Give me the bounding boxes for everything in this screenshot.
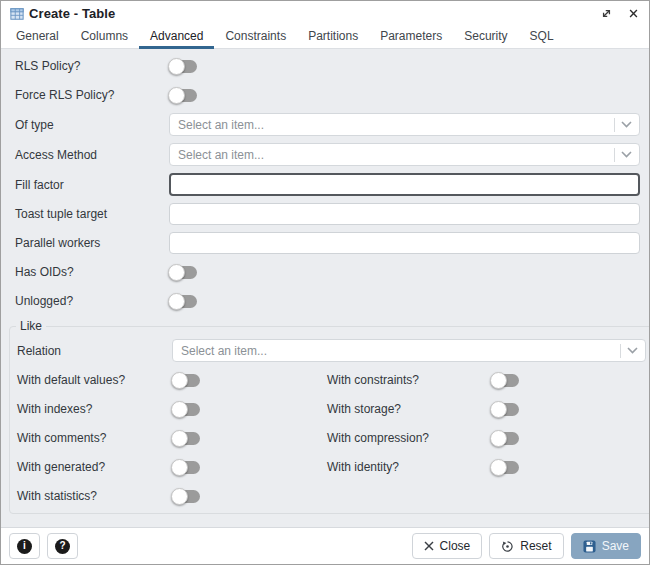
chevron-down-icon xyxy=(621,151,632,158)
relation-select[interactable]: Select an item... xyxy=(172,339,646,362)
close-icon[interactable] xyxy=(627,8,639,20)
with-storage-label: With storage? xyxy=(327,402,491,416)
toggle-knob xyxy=(171,430,188,447)
parallel-workers-input[interactable] xyxy=(169,232,640,254)
with-default-values-toggle[interactable] xyxy=(172,374,200,387)
tab-advanced[interactable]: Advanced xyxy=(139,26,214,49)
with-comments-toggle[interactable] xyxy=(172,432,200,445)
with-compression-toggle[interactable] xyxy=(491,432,519,445)
with-statistics-label: With statistics? xyxy=(17,489,172,503)
close-button-label: Close xyxy=(440,539,471,553)
advanced-tab-panel: RLS Policy? Force RLS Policy? Of type Se… xyxy=(1,49,649,527)
dialog-tabs: General Columns Advanced Constraints Par… xyxy=(1,26,649,49)
toggle-knob xyxy=(171,459,188,476)
dialog-footer: i ? Close xyxy=(1,527,649,564)
save-floppy-icon xyxy=(583,540,596,553)
create-table-dialog: Create - Table General Columns Advanced … xyxy=(0,0,650,565)
help-icon: ? xyxy=(55,539,70,554)
of-type-label: Of type xyxy=(15,118,169,132)
access-method-select[interactable]: Select an item... xyxy=(169,143,640,166)
force-rls-policy-toggle[interactable] xyxy=(169,89,197,102)
chevron-down-icon xyxy=(627,347,638,354)
with-storage-toggle[interactable] xyxy=(491,403,519,416)
select-placeholder: Select an item... xyxy=(178,118,614,132)
toggle-knob xyxy=(168,58,185,75)
tab-sql[interactable]: SQL xyxy=(519,26,565,49)
unlogged-label: Unlogged? xyxy=(15,294,169,308)
dialog-titlebar: Create - Table xyxy=(1,1,649,26)
toggle-knob xyxy=(168,293,185,310)
save-button[interactable]: Save xyxy=(571,533,641,559)
tab-partitions[interactable]: Partitions xyxy=(297,26,369,49)
of-type-select[interactable]: Select an item... xyxy=(169,113,640,136)
rls-policy-label: RLS Policy? xyxy=(15,59,169,73)
sql-info-button[interactable]: i xyxy=(9,533,40,559)
select-separator xyxy=(614,118,615,132)
info-icon: i xyxy=(17,539,32,554)
with-identity-toggle[interactable] xyxy=(491,461,519,474)
help-button[interactable]: ? xyxy=(47,533,78,559)
reset-icon xyxy=(501,540,514,553)
chevron-down-icon xyxy=(621,121,632,128)
parallel-workers-label: Parallel workers xyxy=(15,236,169,250)
relation-label: Relation xyxy=(17,344,172,358)
reset-button[interactable]: Reset xyxy=(489,533,563,559)
like-section-legend: Like xyxy=(16,319,46,333)
toggle-knob xyxy=(490,372,507,389)
tab-columns[interactable]: Columns xyxy=(70,26,139,49)
with-indexes-label: With indexes? xyxy=(17,402,172,416)
with-default-values-label: With default values? xyxy=(17,373,172,387)
select-separator xyxy=(620,344,621,358)
tab-parameters[interactable]: Parameters xyxy=(369,26,453,49)
with-generated-toggle[interactable] xyxy=(172,461,200,474)
toggle-knob xyxy=(171,372,188,389)
toggle-knob xyxy=(168,87,185,104)
access-method-label: Access Method xyxy=(15,148,169,162)
toggle-knob xyxy=(490,401,507,418)
force-rls-policy-label: Force RLS Policy? xyxy=(15,88,169,102)
has-oids-toggle[interactable] xyxy=(169,266,197,279)
unlogged-toggle[interactable] xyxy=(169,295,197,308)
with-constraints-toggle[interactable] xyxy=(491,374,519,387)
with-identity-label: With identity? xyxy=(327,460,491,474)
toggle-knob xyxy=(171,401,188,418)
select-placeholder: Select an item... xyxy=(181,344,620,358)
toggle-knob xyxy=(490,430,507,447)
toast-tuple-target-input[interactable] xyxy=(169,203,640,225)
fill-factor-label: Fill factor xyxy=(15,178,169,192)
tab-general[interactable]: General xyxy=(5,26,70,49)
toggle-knob xyxy=(490,459,507,476)
with-constraints-label: With constraints? xyxy=(327,373,491,387)
save-button-label: Save xyxy=(602,539,629,553)
with-statistics-toggle[interactable] xyxy=(172,490,200,503)
toggle-knob xyxy=(168,264,185,281)
tab-security[interactable]: Security xyxy=(453,26,518,49)
like-section: Like Relation Select an item... With def… xyxy=(9,319,649,514)
has-oids-label: Has OIDs? xyxy=(15,265,169,279)
close-x-icon xyxy=(424,541,434,551)
select-placeholder: Select an item... xyxy=(178,148,614,162)
with-indexes-toggle[interactable] xyxy=(172,403,200,416)
fill-factor-input[interactable] xyxy=(169,173,640,196)
select-separator xyxy=(614,148,615,162)
with-generated-label: With generated? xyxy=(17,460,172,474)
with-compression-label: With compression? xyxy=(327,431,491,445)
tab-constraints[interactable]: Constraints xyxy=(214,26,297,49)
table-icon xyxy=(10,7,24,21)
reset-button-label: Reset xyxy=(520,539,551,553)
with-comments-label: With comments? xyxy=(17,431,172,445)
maximize-icon[interactable] xyxy=(600,8,612,20)
toast-tuple-target-label: Toast tuple target xyxy=(15,207,169,221)
toggle-knob xyxy=(171,488,188,505)
close-button[interactable]: Close xyxy=(412,533,483,559)
rls-policy-toggle[interactable] xyxy=(169,60,197,73)
dialog-title: Create - Table xyxy=(29,6,115,21)
